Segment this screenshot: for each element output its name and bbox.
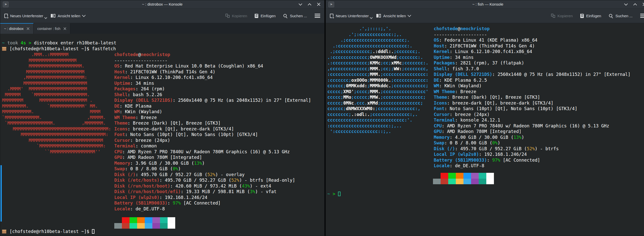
chevron-down-icon (82, 13, 86, 17)
new-tab-button[interactable]: + Neues Unterfenster (4, 14, 43, 18)
palette-color-block (168, 217, 175, 223)
copy-button[interactable]: Kopieren (551, 14, 573, 18)
palette-color-block (433, 179, 441, 184)
search-icon (283, 14, 287, 18)
new-tab-label: Neues Unterfenster (336, 14, 369, 18)
window-title: ~ : distrobox — Konsole (0, 0, 324, 8)
close-button[interactable] (317, 2, 321, 6)
split-view-label: Ansicht teilen (383, 14, 406, 18)
palette-color-block (441, 179, 448, 184)
chevron-down-icon (408, 13, 411, 17)
minimize-button[interactable] (624, 2, 628, 6)
palette-color-block (456, 179, 463, 184)
menu-button[interactable] (315, 14, 320, 18)
palette-color-block (433, 173, 441, 179)
palette-color-block (145, 223, 152, 229)
split-view-button[interactable]: Ansicht teilen (51, 14, 85, 18)
search-button[interactable]: Suchen ... (283, 14, 307, 18)
titlebar-left[interactable]: > ~ : distrobox — Konsole (0, 0, 324, 9)
palette-color-block (130, 223, 137, 229)
terminal-cursor (338, 192, 341, 196)
close-button[interactable] (642, 2, 644, 6)
search-label: Suchen ... (290, 14, 307, 18)
paste-label: Einfügen (261, 14, 276, 18)
palette-color-block (471, 179, 479, 184)
tab-close-icon[interactable] (27, 27, 29, 30)
palette-color-block (122, 223, 130, 229)
split-view-icon (51, 14, 55, 18)
package-icon (2, 47, 6, 51)
paste-button[interactable]: Einfügen (580, 14, 601, 18)
maximize-button[interactable] (633, 2, 637, 6)
split-view-label: Ansicht teilen (58, 14, 80, 18)
paste-button[interactable]: Einfügen (255, 14, 276, 18)
paste-icon (255, 14, 258, 18)
palette-color-block (137, 223, 145, 229)
window-fish-konsole: > ~ : fish — Konsole + Neues Unterfenste… (326, 0, 644, 236)
copy-label: Kopieren (232, 14, 247, 18)
terminal-cursor (92, 229, 94, 234)
close-icon (317, 3, 320, 6)
new-tab-icon: + (4, 14, 8, 18)
shell-prompt-left: [chofstede@rh10beta-latest ~]$ (2, 229, 94, 234)
palette-color-block (486, 179, 494, 184)
search-label: Suchen ... (615, 14, 633, 18)
minimize-icon (624, 2, 628, 6)
terminal-color-palette (433, 173, 494, 184)
fastfetch-info-right: chofstede@neochristop ------------------… (434, 26, 631, 169)
maximize-button[interactable] (308, 2, 312, 6)
search-button[interactable]: Suchen ... (609, 14, 633, 18)
paste-icon (580, 14, 584, 18)
new-tab-button[interactable]: + Neues Unterfenster (330, 14, 369, 18)
paste-label: Einfügen (586, 14, 601, 18)
split-view-button[interactable]: Ansicht teilen (376, 14, 411, 18)
new-tab-dropdown-arrow-icon[interactable] (44, 16, 47, 19)
copy-icon (551, 14, 555, 18)
palette-color-block (152, 217, 160, 223)
terminal-left[interactable]: ~ took 4s > distrobox enter rh10beta-lat… (1, 34, 324, 235)
maximize-icon (633, 3, 637, 7)
terminal-color-palette (114, 217, 175, 229)
terminal-right[interactable]: .',;::::;,'. .';:cccccccccccc:;,. .;cccc… (326, 23, 644, 235)
toolbar-left: + Neues Unterfenster Ansicht teilen Kopi… (0, 9, 324, 23)
tab-container-fish[interactable]: container : fish (34, 23, 70, 34)
shell-prompt-right: ~ > (327, 191, 341, 197)
titlebar-right[interactable]: > ~ : fish — Konsole (326, 0, 644, 9)
search-icon (609, 14, 613, 18)
palette-color-block (479, 179, 486, 184)
tab-distrobox[interactable]: ~ : distrobox (0, 23, 34, 34)
terminal-command-lines: ~ took 4s > distrobox enter rh10beta-lat… (2, 40, 116, 52)
fastfetch-info-left: chofstede@neochristop ------------------… (114, 52, 311, 212)
palette-color-block (168, 223, 175, 229)
fedora-ascii-logo: .',;::::;,'. .';:cccccccccccc:;,. .;cccc… (327, 26, 428, 134)
palette-color-block (441, 173, 448, 179)
palette-color-block (152, 223, 160, 229)
palette-color-block (463, 179, 471, 184)
minimize-icon (299, 2, 302, 6)
tab-label: ~ : distrobox (4, 27, 24, 31)
palette-color-block (448, 173, 456, 179)
close-icon (642, 3, 644, 6)
window-distrobox-konsole: > ~ : distrobox — Konsole + Neues Unterf… (0, 0, 325, 236)
copy-label: Kopieren (557, 14, 573, 18)
new-tab-dropdown-arrow-icon[interactable] (370, 16, 373, 19)
copy-button[interactable]: Kopieren (226, 14, 247, 18)
minimize-button[interactable] (298, 2, 302, 6)
window-title: ~ : fish — Konsole (326, 0, 644, 8)
palette-color-block (145, 217, 152, 223)
tab-bar: ~ : distrobox container : fish (0, 23, 324, 34)
palette-color-block (471, 173, 479, 179)
palette-color-block (137, 217, 145, 223)
palette-color-block (114, 217, 122, 223)
palette-color-block (160, 217, 168, 223)
package-icon (2, 230, 6, 233)
split-view-icon (376, 14, 381, 18)
menu-button[interactable] (640, 14, 644, 18)
tab-close-icon[interactable] (63, 27, 66, 30)
palette-color-block (479, 173, 486, 179)
tab-label: container : fish (37, 27, 60, 31)
maximize-icon (308, 3, 311, 7)
new-output-indicator (1, 165, 2, 222)
palette-color-block (463, 173, 471, 179)
palette-color-block (130, 217, 137, 223)
